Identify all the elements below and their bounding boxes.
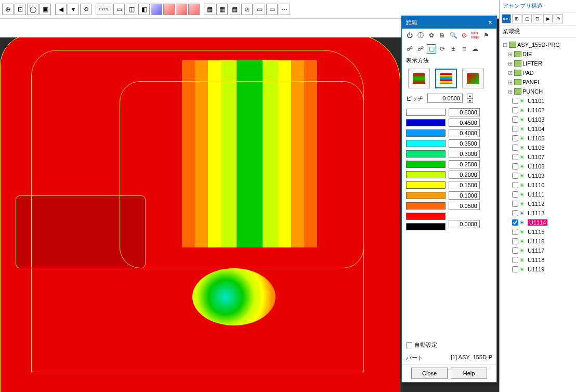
expand-icon[interactable]: ⊞ [508, 51, 513, 58]
tree-item-checkbox[interactable] [512, 238, 518, 244]
tree-item-label[interactable]: U1115 [528, 229, 544, 235]
tree-item-label[interactable]: U1118 [528, 257, 544, 263]
legend-value-input[interactable] [449, 150, 480, 158]
tree-item-label[interactable]: U1110 [528, 182, 544, 188]
legend-value-input[interactable] [449, 129, 480, 137]
tree-group-label[interactable]: PANEL [522, 79, 541, 85]
tree-item-checkbox[interactable] [512, 116, 518, 123]
tree-item-checkbox[interactable] [512, 229, 518, 235]
shaded-blue-icon[interactable] [151, 4, 162, 15]
tree-item-checkbox[interactable] [512, 191, 518, 198]
info-icon[interactable]: ⓘ [416, 31, 425, 40]
expand-icon[interactable]: ⊞ [508, 79, 513, 86]
mode-banded-button[interactable] [435, 69, 457, 88]
tree-group-label[interactable]: DIE [522, 51, 532, 57]
tree-item-checkbox[interactable] [512, 210, 518, 216]
close-button[interactable]: Close [411, 368, 448, 379]
bulb-icon[interactable]: ☀ [519, 135, 527, 141]
legend-swatch[interactable] [406, 129, 446, 137]
gear-icon[interactable]: ✿ [427, 31, 436, 40]
tree-group-label[interactable]: PAD [522, 70, 534, 76]
tree-item-label[interactable]: U1119 [528, 266, 544, 272]
close-icon[interactable]: × [488, 18, 492, 27]
shaded-red1-icon[interactable] [163, 4, 175, 15]
cycle-icon[interactable]: ⟲ [80, 4, 91, 15]
power-icon[interactable]: ⏻ [405, 31, 414, 40]
bulb-icon[interactable]: ☀ [519, 238, 527, 244]
bulb-icon[interactable]: ☀ [519, 126, 527, 132]
mode-iso-button[interactable] [462, 69, 484, 88]
tree-item-label[interactable]: U1111 [528, 191, 544, 198]
legend-value-input[interactable] [449, 119, 480, 127]
expand-icon[interactable]: ⊞ [508, 70, 513, 76]
menu-icon[interactable]: ⋯ [279, 4, 290, 15]
flag-icon[interactable]: ⚑ [481, 31, 491, 40]
tree-item-checkbox[interactable] [512, 163, 518, 169]
bulb-icon[interactable]: ☀ [519, 116, 527, 123]
bulb-icon[interactable]: ☀ [519, 182, 527, 188]
tree-item-checkbox[interactable] [512, 247, 518, 254]
bulb-icon[interactable]: ☀ [519, 266, 527, 272]
link2-icon[interactable]: ☍ [416, 44, 425, 54]
tree-item-checkbox[interactable] [512, 135, 518, 141]
tree-item-label[interactable]: U1114 [528, 219, 547, 226]
tree-item-label[interactable]: U1109 [528, 173, 544, 179]
zoom-in-icon[interactable]: ⊕ [2, 4, 14, 15]
legend-value-input[interactable] [449, 191, 480, 200]
tree-group-label[interactable]: LIFTER [522, 60, 542, 67]
legend-value-input[interactable] [449, 139, 480, 148]
tree-item-label[interactable]: U1107 [528, 154, 544, 160]
tree-item-label[interactable]: U1102 [528, 107, 544, 113]
legend-value-input[interactable] [449, 181, 480, 189]
tree-tool-5[interactable]: ⊕ [554, 14, 563, 23]
legend-value-input[interactable] [449, 202, 480, 210]
prev-view-icon[interactable]: ◀ [55, 4, 67, 15]
shaded-icon[interactable]: ◧ [138, 4, 150, 15]
legend-swatch[interactable] [406, 171, 446, 178]
help-button[interactable]: Help [451, 368, 487, 379]
legend-swatch[interactable] [406, 223, 446, 230]
zoom-fit-icon[interactable]: ◯ [27, 4, 38, 15]
pitch-input[interactable] [427, 94, 463, 103]
box-icon[interactable]: ▢ [427, 44, 436, 54]
legend-swatch[interactable] [406, 119, 446, 126]
tree-tool-4[interactable]: ▶ [543, 14, 553, 23]
expand-icon[interactable]: ⊞ [508, 88, 513, 95]
grid1-icon[interactable]: ▦ [204, 4, 215, 15]
bulb-icon[interactable]: ☀ [519, 173, 527, 179]
wireframe-icon[interactable]: ▭ [113, 4, 125, 15]
tree-item-checkbox[interactable] [512, 182, 518, 188]
bulb-icon[interactable]: ☀ [519, 210, 527, 216]
tree-item-label[interactable]: U1103 [528, 116, 544, 123]
expand-icon[interactable]: ⊟ [503, 42, 508, 48]
legend-swatch[interactable] [406, 202, 446, 210]
tree-group-label[interactable]: PUNCH [522, 88, 543, 95]
bulb-icon[interactable]: ☀ [519, 98, 527, 104]
layout1-icon[interactable]: ▭ [254, 4, 265, 15]
tree-item-label[interactable]: U1101 [528, 98, 544, 104]
tree-root-label[interactable]: ASY_155D-PRG [517, 42, 560, 48]
equalizer-icon[interactable]: ≡ [460, 44, 469, 54]
tree-item-checkbox[interactable] [512, 201, 518, 207]
type-button[interactable]: TYPE [96, 4, 112, 15]
legend-swatch[interactable] [406, 150, 446, 158]
cube-view-icon[interactable]: ▣ [40, 4, 51, 15]
tree-tool-1[interactable]: ⊞ [512, 14, 521, 23]
document-icon[interactable]: 🗎 [438, 31, 447, 40]
grid3-icon[interactable]: ▦ [229, 4, 240, 15]
tree-item-label[interactable]: U1104 [528, 126, 544, 132]
shaded-red3-icon[interactable] [188, 4, 200, 15]
tree-item-checkbox[interactable] [512, 257, 518, 263]
bulb-icon[interactable]: ☀ [519, 247, 527, 254]
tree-item-checkbox[interactable] [512, 126, 518, 132]
legend-swatch[interactable] [406, 109, 446, 116]
auto-checkbox[interactable] [406, 342, 412, 348]
tree-item-label[interactable]: U1113 [528, 210, 544, 216]
legend-swatch[interactable] [406, 140, 446, 147]
zoom-area-icon[interactable]: ⊡ [15, 4, 26, 15]
bulb-icon[interactable]: ☀ [519, 191, 527, 198]
refresh-icon[interactable]: ⟳ [438, 44, 447, 54]
legend-value-input[interactable] [449, 160, 480, 168]
expand-icon[interactable]: ⊞ [508, 60, 513, 67]
mode-solid-button[interactable] [408, 69, 430, 88]
